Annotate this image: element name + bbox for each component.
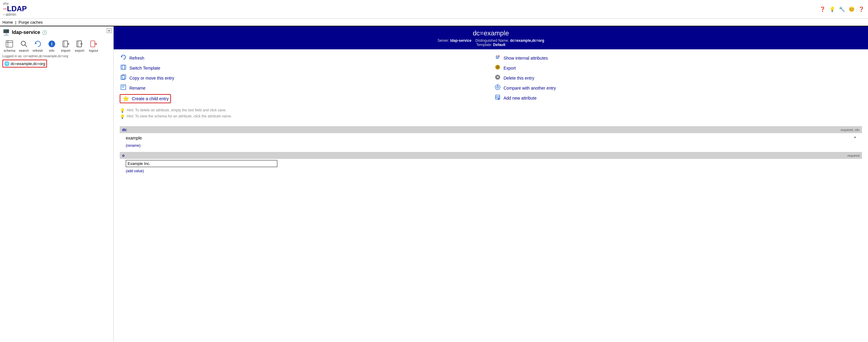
switch-template-action[interactable]: Switch Template bbox=[120, 64, 488, 72]
svg-rect-16 bbox=[91, 41, 95, 47]
home-link[interactable]: Home bbox=[2, 20, 13, 25]
delete-entry-action[interactable]: ✕ Delete this entry bbox=[494, 74, 862, 82]
hint-2-icon: 💡 bbox=[120, 114, 125, 119]
import-tool[interactable]: import bbox=[59, 38, 72, 53]
refresh-label: refresh bbox=[32, 49, 43, 53]
content-header: dc=example Server: ldap-service Distingu… bbox=[114, 26, 868, 49]
o-attr-input-row bbox=[120, 159, 862, 168]
face-icon[interactable]: 😊 bbox=[848, 6, 855, 13]
dc-attr-name[interactable]: dc bbox=[122, 128, 127, 132]
nav-separator: | bbox=[15, 20, 16, 25]
svg-point-37 bbox=[497, 86, 499, 88]
hint-1: 💡 Hint: To delete an attribute, empty th… bbox=[120, 108, 862, 113]
compare-entry-label: Compare with another entry bbox=[504, 86, 556, 91]
dn-value: dc=example,dc=org bbox=[510, 38, 544, 43]
search-icon bbox=[19, 39, 29, 49]
dn-label: Distinguished Name: bbox=[475, 38, 509, 43]
schema-label: schema bbox=[4, 49, 16, 53]
dc-rename-link[interactable]: (rename) bbox=[120, 143, 862, 150]
logout-label: logout bbox=[89, 49, 98, 53]
logo-plus: + bbox=[3, 13, 5, 16]
hint-1-text: Hint: To delete an attribute, empty the … bbox=[127, 108, 226, 112]
tree-item-dc-example[interactable]: 🌐 dc=example,dc=org bbox=[2, 60, 47, 68]
actions-right: Show internal attributes Export ✕ Delete… bbox=[494, 54, 862, 103]
delete-entry-icon: ✕ bbox=[494, 74, 501, 82]
sidebar-tools: schema search refresh i inf bbox=[2, 38, 111, 53]
refresh-action-label: Refresh bbox=[129, 56, 144, 61]
expand-button[interactable]: + bbox=[107, 28, 112, 33]
compare-entry-action[interactable]: Compare with another entry bbox=[494, 84, 862, 92]
dc-attr-value: example bbox=[126, 136, 142, 140]
svg-text:✕: ✕ bbox=[496, 75, 499, 79]
search-tool[interactable]: search bbox=[17, 38, 31, 53]
top-icons-area: ❓ 💡 🔧 😊 ❓ bbox=[819, 6, 865, 13]
main-layout: + 🖥️ ldap-service 🕐 schema search bbox=[0, 26, 868, 342]
create-child-icon: ⭐ bbox=[122, 95, 129, 102]
o-attr-header: o required bbox=[120, 152, 862, 159]
export-tool[interactable]: export bbox=[73, 38, 86, 53]
logout-tool[interactable]: logout bbox=[87, 38, 100, 53]
logo-text: php — LDAP + admin bbox=[3, 2, 27, 16]
o-add-value-link[interactable]: (add value) bbox=[120, 168, 862, 175]
rename-action[interactable]: Rename bbox=[120, 84, 488, 92]
info-icon[interactable]: ❓ bbox=[858, 6, 865, 13]
import-icon bbox=[61, 39, 71, 49]
svg-line-4 bbox=[25, 45, 27, 47]
import-label: import bbox=[61, 49, 70, 53]
add-attribute-action[interactable]: Add new attribute bbox=[494, 94, 862, 102]
wrench-icon[interactable]: 🔧 bbox=[838, 6, 845, 13]
schema-icon bbox=[4, 39, 14, 49]
export-action[interactable]: Export bbox=[494, 64, 862, 72]
hint-1-icon: 💡 bbox=[120, 108, 125, 113]
o-attr-meta: required bbox=[847, 154, 860, 158]
bulb-icon[interactable]: 💡 bbox=[829, 6, 836, 13]
o-attr-input[interactable] bbox=[126, 160, 277, 167]
hint-2-text: Hint: To view the schema for an attribut… bbox=[127, 114, 232, 118]
dc-attr-header: dc required, rdn bbox=[120, 126, 862, 133]
schema-tool[interactable]: schema bbox=[2, 38, 17, 53]
export-icon bbox=[75, 39, 85, 49]
svg-text:i: i bbox=[51, 41, 53, 46]
refresh-action[interactable]: Refresh bbox=[120, 54, 488, 62]
purge-caches-link[interactable]: Purge caches bbox=[19, 20, 43, 25]
refresh-tool[interactable]: refresh bbox=[31, 38, 44, 53]
show-internal-icon bbox=[494, 54, 501, 62]
server-icon: 🖥️ bbox=[2, 29, 10, 36]
refresh-icon bbox=[33, 39, 43, 49]
clock-icon: 🕐 bbox=[42, 30, 47, 35]
copy-move-icon bbox=[120, 74, 127, 82]
show-internal-action[interactable]: Show internal attributes bbox=[494, 54, 862, 62]
dc-attr-value-row: example * bbox=[120, 133, 862, 143]
content-area: dc=example Server: ldap-service Distingu… bbox=[114, 26, 868, 342]
actions-area: Refresh Switch Template Copy or move thi… bbox=[114, 49, 868, 108]
add-attribute-icon bbox=[494, 94, 501, 102]
sidebar-header: 🖥️ ldap-service 🕐 bbox=[2, 29, 111, 36]
template-label: Template: bbox=[476, 43, 492, 47]
export-label: export bbox=[75, 49, 84, 53]
attribute-table: dc required, rdn example * (rename) o re… bbox=[120, 126, 862, 175]
actions-left: Refresh Switch Template Copy or move thi… bbox=[120, 54, 488, 103]
svg-rect-39 bbox=[496, 95, 500, 99]
add-attribute-label: Add new attribute bbox=[504, 96, 537, 101]
logo: php — LDAP + admin bbox=[3, 2, 27, 16]
template-value: Default bbox=[493, 43, 505, 47]
copy-move-action[interactable]: Copy or move this entry bbox=[120, 74, 488, 82]
rename-icon bbox=[120, 84, 127, 92]
nav-bar: Home | Purge caches bbox=[0, 19, 868, 26]
info-tool[interactable]: i info bbox=[45, 38, 59, 53]
svg-rect-8 bbox=[63, 41, 68, 47]
show-internal-label: Show internal attributes bbox=[504, 56, 548, 61]
help-icon[interactable]: ❓ bbox=[819, 6, 826, 13]
svg-rect-0 bbox=[6, 40, 13, 47]
svg-point-3 bbox=[21, 41, 26, 45]
globe-icon: 🌐 bbox=[4, 61, 9, 66]
hints-area: 💡 Hint: To delete an attribute, empty th… bbox=[114, 108, 868, 123]
o-attr-name[interactable]: o bbox=[122, 153, 125, 158]
create-child-action[interactable]: ⭐ Create a child entry bbox=[120, 94, 171, 103]
svg-marker-15 bbox=[80, 43, 82, 45]
svg-point-33 bbox=[496, 66, 499, 69]
top-bar: php — LDAP + admin ❓ 💡 🔧 😊 ❓ bbox=[0, 0, 868, 19]
copy-move-label: Copy or move this entry bbox=[129, 76, 174, 80]
switch-template-icon bbox=[120, 64, 127, 72]
info-label: info bbox=[49, 49, 55, 53]
